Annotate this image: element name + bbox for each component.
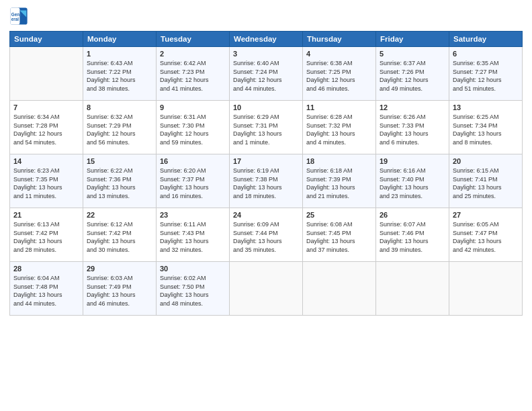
day-info: Sunrise: 6:20 AM Sunset: 7:37 PM Dayligh… — [160, 167, 226, 200]
day-info: Sunrise: 6:29 AM Sunset: 7:31 PM Dayligh… — [233, 113, 299, 146]
day-number: 13 — [453, 103, 519, 111]
calendar-cell: 6Sunrise: 6:35 AM Sunset: 7:27 PM Daylig… — [449, 47, 523, 101]
calendar-cell: 23Sunrise: 6:11 AM Sunset: 7:43 PM Dayli… — [157, 208, 230, 262]
calendar-cell: 1Sunrise: 6:43 AM Sunset: 7:22 PM Daylig… — [83, 47, 157, 101]
weekday-header: Monday — [83, 32, 157, 47]
weekday-header: Thursday — [303, 32, 376, 47]
calendar-cell: 11Sunrise: 6:28 AM Sunset: 7:32 PM Dayli… — [303, 101, 376, 154]
day-number: 3 — [233, 50, 299, 58]
day-number: 21 — [13, 211, 79, 219]
day-info: Sunrise: 6:03 AM Sunset: 7:49 PM Dayligh… — [87, 274, 152, 308]
day-number: 30 — [160, 265, 226, 273]
calendar-row: 28Sunrise: 6:04 AM Sunset: 7:48 PM Dayli… — [10, 262, 523, 316]
header: Gen eral — [9, 7, 523, 26]
calendar-cell: 2Sunrise: 6:42 AM Sunset: 7:23 PM Daylig… — [157, 47, 230, 101]
day-info: Sunrise: 6:35 AM Sunset: 7:27 PM Dayligh… — [453, 59, 519, 93]
calendar-cell — [10, 47, 83, 101]
weekday-header: Saturday — [449, 32, 523, 47]
calendar-cell — [376, 262, 449, 316]
day-number: 7 — [13, 103, 79, 111]
header-row: SundayMondayTuesdayWednesdayThursdayFrid… — [10, 32, 523, 47]
calendar-cell: 10Sunrise: 6:29 AM Sunset: 7:31 PM Dayli… — [230, 101, 303, 154]
day-info: Sunrise: 6:04 AM Sunset: 7:48 PM Dayligh… — [13, 274, 79, 308]
calendar-row: 14Sunrise: 6:23 AM Sunset: 7:35 PM Dayli… — [10, 154, 523, 208]
calendar-table: SundayMondayTuesdayWednesdayThursdayFrid… — [9, 31, 523, 316]
calendar-cell: 5Sunrise: 6:37 AM Sunset: 7:26 PM Daylig… — [376, 47, 449, 101]
day-number: 24 — [233, 211, 299, 219]
calendar-cell: 28Sunrise: 6:04 AM Sunset: 7:48 PM Dayli… — [10, 262, 83, 316]
day-info: Sunrise: 6:42 AM Sunset: 7:23 PM Dayligh… — [160, 59, 226, 93]
calendar-cell: 22Sunrise: 6:12 AM Sunset: 7:42 PM Dayli… — [83, 208, 157, 262]
calendar-cell: 19Sunrise: 6:16 AM Sunset: 7:40 PM Dayli… — [376, 154, 449, 208]
weekday-header: Wednesday — [230, 32, 303, 47]
day-info: Sunrise: 6:15 AM Sunset: 7:41 PM Dayligh… — [453, 167, 519, 200]
day-number: 2 — [160, 50, 226, 58]
weekday-header: Sunday — [10, 32, 83, 47]
day-number: 16 — [160, 157, 226, 165]
calendar-cell: 16Sunrise: 6:20 AM Sunset: 7:37 PM Dayli… — [157, 154, 230, 208]
svg-text:eral: eral — [11, 17, 19, 21]
day-info: Sunrise: 6:34 AM Sunset: 7:28 PM Dayligh… — [13, 113, 79, 146]
page: Gen eral SundayMondayTuesdayWednesdayThu… — [0, 0, 532, 411]
calendar-cell: 21Sunrise: 6:13 AM Sunset: 7:42 PM Dayli… — [10, 208, 83, 262]
day-info: Sunrise: 6:19 AM Sunset: 7:38 PM Dayligh… — [233, 167, 299, 200]
day-number: 14 — [13, 157, 79, 165]
logo-icon: Gen eral — [9, 7, 28, 26]
day-info: Sunrise: 6:28 AM Sunset: 7:32 PM Dayligh… — [306, 113, 372, 146]
day-number: 10 — [233, 103, 299, 111]
logo: Gen eral — [9, 7, 31, 26]
calendar-cell: 30Sunrise: 6:02 AM Sunset: 7:50 PM Dayli… — [157, 262, 230, 316]
calendar-cell: 24Sunrise: 6:09 AM Sunset: 7:44 PM Dayli… — [230, 208, 303, 262]
day-info: Sunrise: 6:37 AM Sunset: 7:26 PM Dayligh… — [380, 59, 445, 93]
calendar-cell: 14Sunrise: 6:23 AM Sunset: 7:35 PM Dayli… — [10, 154, 83, 208]
day-info: Sunrise: 6:32 AM Sunset: 7:29 PM Dayligh… — [87, 113, 152, 146]
day-number: 26 — [380, 211, 445, 219]
day-info: Sunrise: 6:26 AM Sunset: 7:33 PM Dayligh… — [380, 113, 445, 146]
day-info: Sunrise: 6:11 AM Sunset: 7:43 PM Dayligh… — [160, 220, 226, 254]
calendar-cell: 12Sunrise: 6:26 AM Sunset: 7:33 PM Dayli… — [376, 101, 449, 154]
weekday-header: Friday — [376, 32, 449, 47]
calendar-cell: 17Sunrise: 6:19 AM Sunset: 7:38 PM Dayli… — [230, 154, 303, 208]
calendar-cell: 25Sunrise: 6:08 AM Sunset: 7:45 PM Dayli… — [303, 208, 376, 262]
svg-text:Gen: Gen — [11, 12, 19, 17]
day-info: Sunrise: 6:05 AM Sunset: 7:47 PM Dayligh… — [453, 220, 519, 254]
day-info: Sunrise: 6:31 AM Sunset: 7:30 PM Dayligh… — [160, 113, 226, 146]
calendar-row: 1Sunrise: 6:43 AM Sunset: 7:22 PM Daylig… — [10, 47, 523, 101]
calendar-cell: 27Sunrise: 6:05 AM Sunset: 7:47 PM Dayli… — [449, 208, 523, 262]
calendar-cell: 8Sunrise: 6:32 AM Sunset: 7:29 PM Daylig… — [83, 101, 157, 154]
day-info: Sunrise: 6:25 AM Sunset: 7:34 PM Dayligh… — [453, 113, 519, 146]
day-number: 5 — [380, 50, 445, 58]
calendar-cell: 15Sunrise: 6:22 AM Sunset: 7:36 PM Dayli… — [83, 154, 157, 208]
day-number: 25 — [306, 211, 372, 219]
calendar-cell: 9Sunrise: 6:31 AM Sunset: 7:30 PM Daylig… — [157, 101, 230, 154]
day-number: 9 — [160, 103, 226, 111]
day-number: 19 — [380, 157, 445, 165]
calendar-cell: 3Sunrise: 6:40 AM Sunset: 7:24 PM Daylig… — [230, 47, 303, 101]
day-info: Sunrise: 6:07 AM Sunset: 7:46 PM Dayligh… — [380, 220, 445, 254]
day-number: 8 — [87, 103, 152, 111]
day-info: Sunrise: 6:09 AM Sunset: 7:44 PM Dayligh… — [233, 220, 299, 254]
day-info: Sunrise: 6:40 AM Sunset: 7:24 PM Dayligh… — [233, 59, 299, 93]
calendar-cell — [230, 262, 303, 316]
calendar-row: 21Sunrise: 6:13 AM Sunset: 7:42 PM Dayli… — [10, 208, 523, 262]
calendar-cell: 18Sunrise: 6:18 AM Sunset: 7:39 PM Dayli… — [303, 154, 376, 208]
day-info: Sunrise: 6:16 AM Sunset: 7:40 PM Dayligh… — [380, 167, 445, 200]
day-number: 20 — [453, 157, 519, 165]
day-number: 23 — [160, 211, 226, 219]
day-info: Sunrise: 6:02 AM Sunset: 7:50 PM Dayligh… — [160, 274, 226, 308]
day-number: 15 — [87, 157, 152, 165]
calendar-cell: 4Sunrise: 6:38 AM Sunset: 7:25 PM Daylig… — [303, 47, 376, 101]
day-info: Sunrise: 6:43 AM Sunset: 7:22 PM Dayligh… — [87, 59, 152, 93]
day-number: 11 — [306, 103, 372, 111]
day-number: 4 — [306, 50, 372, 58]
day-number: 22 — [87, 211, 152, 219]
day-number: 17 — [233, 157, 299, 165]
day-info: Sunrise: 6:18 AM Sunset: 7:39 PM Dayligh… — [306, 167, 372, 200]
calendar-row: 7Sunrise: 6:34 AM Sunset: 7:28 PM Daylig… — [10, 101, 523, 154]
day-info: Sunrise: 6:13 AM Sunset: 7:42 PM Dayligh… — [13, 220, 79, 254]
calendar-cell: 26Sunrise: 6:07 AM Sunset: 7:46 PM Dayli… — [376, 208, 449, 262]
day-info: Sunrise: 6:38 AM Sunset: 7:25 PM Dayligh… — [306, 59, 372, 93]
day-info: Sunrise: 6:12 AM Sunset: 7:42 PM Dayligh… — [87, 220, 152, 254]
day-info: Sunrise: 6:22 AM Sunset: 7:36 PM Dayligh… — [87, 167, 152, 200]
day-number: 12 — [380, 103, 445, 111]
